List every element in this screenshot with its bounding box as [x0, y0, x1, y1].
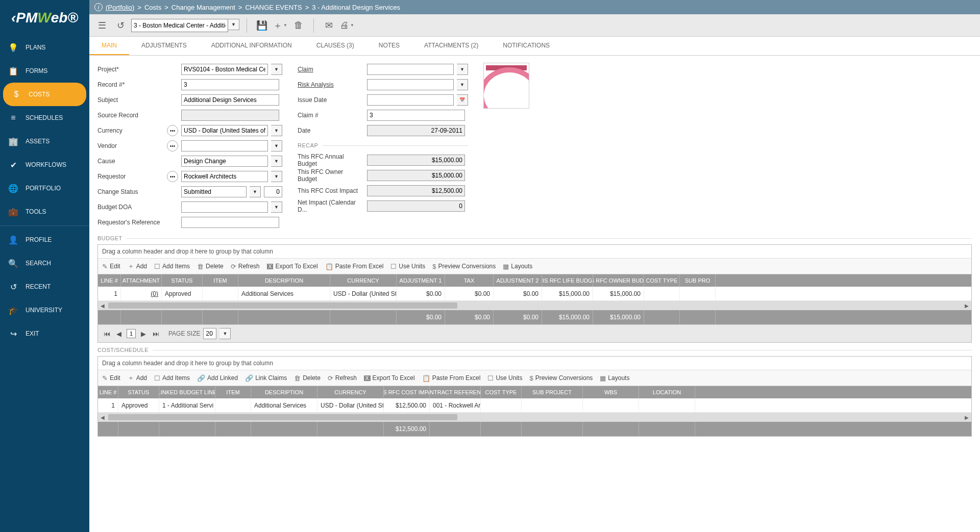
requestor-input[interactable] [181, 171, 268, 182]
currency-input[interactable] [181, 125, 268, 136]
cost-group-hint[interactable]: Drag a column header and drop it here to… [98, 357, 971, 370]
change-status-num[interactable] [264, 186, 282, 197]
record-input[interactable] [181, 79, 279, 90]
col-contract-ref[interactable]: CONTRACT REFERENCE [430, 386, 481, 398]
cause-dd[interactable]: ▼ [271, 156, 282, 167]
record-select[interactable] [131, 19, 228, 32]
cost-paste-button[interactable]: 📋Paste From Excel [422, 374, 481, 382]
print-button[interactable]: 🖨▼ [339, 18, 355, 33]
col-currency[interactable]: CURRENCY [330, 274, 397, 287]
col-impact[interactable]: THIS RFC COST IMPACT [384, 386, 430, 398]
sidebar-item-forms[interactable]: 📋FORMS [0, 59, 89, 83]
cost-link-claims-button[interactable]: 🔗Link Claims [245, 374, 287, 382]
project-input[interactable] [181, 64, 268, 75]
cost-delete-button[interactable]: 🗑Delete [294, 374, 321, 382]
cost-row[interactable]: 1 Approved 1 - Additional Servi Addition… [98, 398, 971, 413]
col-attachment[interactable]: ATTACHMENT [121, 274, 162, 287]
pager-next[interactable]: ▶ [139, 329, 148, 338]
col-adj1[interactable]: ADJUSTMENT 1 [397, 274, 445, 287]
sidebar-item-recent[interactable]: ↺RECENT [0, 275, 89, 298]
budget-add-items-button[interactable]: ☐Add Items [154, 263, 190, 270]
change-status-input[interactable] [181, 186, 247, 197]
scroll-left-icon[interactable]: ◀ [98, 303, 107, 309]
tab-main[interactable]: MAIN [89, 37, 129, 55]
col-sub-project[interactable]: SUB PRO [680, 274, 716, 287]
budget-group-hint[interactable]: Drag a column header and drop it here to… [98, 245, 971, 259]
list-button[interactable]: ☰ [94, 18, 110, 33]
tab-notes[interactable]: NOTES [366, 37, 412, 55]
budget-layouts-button[interactable]: ▦Layouts [503, 263, 532, 270]
sidebar-item-assets[interactable]: 🏢ASSETS [0, 130, 89, 153]
sidebar-item-university[interactable]: 🎓UNIVERSITY [0, 298, 89, 322]
budget-delete-button[interactable]: 🗑Delete [197, 263, 224, 270]
attachment-link[interactable]: (0) [151, 290, 158, 297]
budget-refresh-button[interactable]: ⟳Refresh [231, 263, 260, 270]
risk-label[interactable]: Risk Analysis [298, 81, 364, 88]
email-button[interactable]: ✉ [321, 18, 336, 33]
change-status-dd[interactable]: ▼ [250, 186, 261, 197]
col-tax[interactable]: TAX [445, 274, 494, 287]
budget-preview-button[interactable]: $Preview Conversions [432, 263, 496, 270]
scroll-right-icon[interactable]: ▶ [962, 415, 971, 420]
page-size-dd[interactable]: ▼ [219, 328, 231, 339]
tab-adjustments[interactable]: ADJUSTMENTS [129, 37, 199, 55]
claim-dd[interactable]: ▼ [457, 64, 468, 75]
scroll-thumb[interactable] [108, 302, 457, 309]
budget-row[interactable]: 1 (0) Approved Additional Services USD -… [98, 287, 971, 301]
record-select-caret[interactable]: ▼ [228, 19, 239, 30]
col-description[interactable]: DESCRIPTION [238, 274, 330, 287]
tab-additional-info[interactable]: ADDITIONAL INFORMATION [199, 37, 304, 55]
calendar-icon[interactable]: 📅 [457, 94, 468, 106]
cause-input[interactable] [181, 156, 268, 167]
source-input[interactable] [181, 110, 279, 121]
vendor-more-button[interactable]: ••• [167, 140, 178, 151]
vendor-dd[interactable]: ▼ [271, 140, 282, 151]
vendor-input[interactable] [181, 140, 268, 151]
pager-prev[interactable]: ◀ [114, 329, 124, 338]
scroll-right-icon[interactable]: ▶ [962, 303, 971, 309]
claim-no-input[interactable] [367, 110, 465, 121]
col-cost-type[interactable]: COST TYPE [481, 386, 522, 398]
budget-edit-button[interactable]: ✎Edit [102, 263, 120, 270]
col-status[interactable]: STATUS [162, 274, 203, 287]
budget-doa-input[interactable] [181, 201, 268, 213]
col-currency[interactable]: CURRENCY [317, 386, 384, 398]
pager-last[interactable]: ⏭ [151, 329, 160, 338]
scroll-left-icon[interactable]: ◀ [98, 415, 107, 420]
claim-label[interactable]: Claim [298, 66, 364, 73]
col-item[interactable]: ITEM [203, 274, 238, 287]
cost-use-units-button[interactable]: ☐Use Units [487, 374, 522, 382]
req-ref-input[interactable] [181, 217, 279, 228]
requestor-dd[interactable]: ▼ [271, 171, 282, 182]
sidebar-item-plans[interactable]: 💡PLANS [0, 36, 89, 59]
col-wbs[interactable]: WBS [583, 386, 639, 398]
currency-dd[interactable]: ▼ [271, 125, 282, 136]
page-size-input[interactable] [203, 328, 216, 339]
pager-first[interactable]: ⏮ [102, 329, 111, 338]
sidebar-item-portfolio[interactable]: 🌐PORTFOLIO [0, 176, 89, 200]
col-line[interactable]: LINE # [98, 386, 118, 398]
cost-refresh-button[interactable]: ⟳Refresh [328, 374, 357, 382]
claim-input[interactable] [367, 64, 454, 75]
info-icon[interactable]: i [94, 3, 103, 11]
pager-page[interactable] [127, 329, 136, 338]
budget-h-scrollbar[interactable]: ◀ ▶ [98, 301, 971, 310]
col-life[interactable]: THIS RFC LIFE BUDGET [542, 274, 593, 287]
add-button[interactable]: ＋▼ [273, 18, 288, 33]
breadcrumb-portfolio[interactable]: (Portfolio) [106, 4, 134, 11]
delete-button[interactable]: 🗑 [291, 18, 306, 33]
col-owner[interactable]: THIS RFC OWNER BUDGET [593, 274, 644, 287]
tab-notifications[interactable]: NOTIFICATIONS [491, 37, 562, 55]
col-cost-type[interactable]: COST TYPE [644, 274, 680, 287]
project-dd[interactable]: ▼ [271, 64, 282, 75]
budget-use-units-button[interactable]: ☐Use Units [390, 263, 425, 270]
col-item[interactable]: ITEM [215, 386, 251, 398]
budget-export-button[interactable]: XExport To Excel [267, 263, 318, 270]
cost-add-button[interactable]: ＋Add [128, 373, 147, 383]
sidebar-item-exit[interactable]: ↪EXIT [0, 322, 89, 345]
requestor-more-button[interactable]: ••• [167, 171, 178, 182]
issue-date-input[interactable] [367, 94, 454, 106]
col-sub-project[interactable]: SUB PROJECT [522, 386, 583, 398]
cost-h-scrollbar[interactable]: ◀ ▶ [98, 413, 971, 422]
col-description[interactable]: DESCRIPTION [251, 386, 317, 398]
